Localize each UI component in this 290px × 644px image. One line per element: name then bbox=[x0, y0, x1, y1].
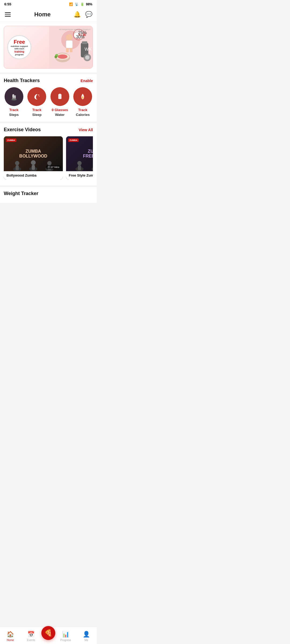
video-tag-bollywood-zumba: ZUMBA bbox=[6, 138, 16, 142]
video-thumbnail-bollywood-zumba: ZUMBA ZUMBABOLLYWOOD ⏱ 07 M bbox=[4, 136, 63, 171]
message-button[interactable]: 💬 bbox=[85, 11, 92, 18]
tracker-action-steps: Track bbox=[9, 108, 19, 112]
weight-tracker-section: Weight Tracker bbox=[0, 187, 97, 203]
tracker-action-calories: Track bbox=[78, 108, 87, 112]
notification-button[interactable]: 🔔 bbox=[74, 11, 81, 18]
svg-text:25%: 25% bbox=[78, 30, 87, 35]
banner-logo-circle: Free nutrition support with each trainin… bbox=[7, 35, 31, 59]
chat-icon: 💬 bbox=[85, 11, 92, 18]
banner-svg: kcal 25% 30% WATER bbox=[49, 27, 92, 68]
promo-banner[interactable]: Free nutrition support with each trainin… bbox=[4, 26, 93, 69]
health-trackers-section: Health Trackers Enable Track Steps Track… bbox=[0, 74, 97, 122]
health-trackers-header: Health Trackers Enable bbox=[4, 78, 93, 83]
page-title: Home bbox=[34, 11, 50, 18]
svg-rect-36 bbox=[32, 165, 35, 170]
tracker-icon-wrap-calories bbox=[73, 87, 92, 106]
svg-rect-5 bbox=[70, 48, 73, 52]
status-bar: 6:55 📶 📡 🔋 98% bbox=[0, 0, 97, 8]
promo-banner-wrapper: Free nutrition support with each trainin… bbox=[0, 22, 97, 72]
signal-icon: 📡 bbox=[75, 2, 79, 6]
battery-icon: 🔋 bbox=[80, 2, 84, 6]
tracker-card-sleep[interactable]: Track Sleep bbox=[27, 87, 47, 117]
tracker-card-water[interactable]: 0 Glasses Water bbox=[50, 87, 70, 117]
svg-rect-33 bbox=[16, 165, 19, 170]
tracker-name-steps: Steps bbox=[9, 113, 19, 117]
trackers-grid: Track Steps Track Sleep 0 Glasses Water … bbox=[4, 87, 93, 117]
tracker-card-calories[interactable]: Track Calories bbox=[73, 87, 93, 117]
tracker-card-steps[interactable]: Track Steps bbox=[4, 87, 24, 117]
tracker-icon-wrap-water bbox=[50, 87, 69, 106]
video-silhouettes-freestyle-zumba bbox=[66, 155, 93, 171]
video-thumbnail-freestyle-zumba: ZUMBA ZUMBAFREESTYLE ⏱ 10 M bbox=[66, 136, 93, 171]
svg-point-35 bbox=[31, 160, 36, 165]
video-duration-bollywood-zumba: ⏱ 07 Mins bbox=[46, 165, 61, 169]
svg-rect-4 bbox=[66, 48, 69, 52]
status-time: 6:55 bbox=[4, 2, 11, 6]
health-trackers-title: Health Trackers bbox=[4, 78, 40, 83]
tracker-name-sleep: Sleep bbox=[32, 113, 42, 117]
svg-point-32 bbox=[15, 161, 19, 165]
svg-point-16 bbox=[58, 54, 67, 59]
svg-point-26 bbox=[38, 94, 39, 96]
svg-rect-22 bbox=[12, 94, 14, 98]
wifi-icon: 📶 bbox=[69, 2, 73, 6]
view-all-button[interactable]: View All bbox=[79, 128, 93, 132]
tracker-action-water: 0 Glasses bbox=[52, 108, 68, 112]
video-tag-freestyle-zumba: ZUMBA bbox=[68, 138, 79, 142]
enable-button[interactable]: Enable bbox=[81, 79, 93, 83]
video-title-bollywood-zumba: Bollywood Zumba bbox=[4, 171, 63, 180]
svg-point-43 bbox=[92, 167, 93, 171]
exercise-videos-section: Exercise Videos View All ZUMBA ZUMBABOLL… bbox=[0, 123, 97, 185]
weight-tracker-header: Weight Tracker bbox=[4, 191, 93, 196]
video-card-freestyle-zumba[interactable]: ZUMBA ZUMBAFREESTYLE ⏱ 10 M bbox=[66, 136, 93, 180]
video-title-freestyle-zumba: Free Style Zumba bbox=[66, 171, 93, 180]
video-card-bollywood-zumba[interactable]: ZUMBA ZUMBABOLLYWOOD ⏱ 07 M bbox=[4, 136, 63, 180]
svg-point-27 bbox=[39, 96, 40, 97]
svg-point-20 bbox=[85, 55, 89, 60]
banner-watermark: rd:mrepcrnrore www.bcentuату ir bbox=[59, 28, 90, 31]
tracker-icon-wrap-steps bbox=[5, 87, 23, 106]
header: Home 🔔 💬 bbox=[0, 8, 97, 22]
svg-rect-12 bbox=[82, 41, 87, 44]
banner-text: Free nutrition support with each trainin… bbox=[4, 42, 53, 52]
svg-point-38 bbox=[47, 161, 52, 165]
menu-button[interactable] bbox=[4, 12, 11, 17]
tracker-icon-wrap-sleep bbox=[27, 87, 46, 106]
svg-text:WATER: WATER bbox=[85, 47, 92, 52]
svg-point-18 bbox=[55, 56, 57, 58]
svg-rect-23 bbox=[14, 95, 16, 98]
svg-rect-30 bbox=[59, 94, 61, 94]
tracker-name-calories: Calories bbox=[76, 113, 90, 117]
tracker-name-water: Water bbox=[55, 113, 65, 117]
weight-tracker-title: Weight Tracker bbox=[4, 191, 38, 196]
svg-point-2 bbox=[66, 34, 73, 41]
videos-scroll[interactable]: ZUMBA ZUMBABOLLYWOOD ⏱ 07 M bbox=[4, 136, 93, 181]
svg-rect-42 bbox=[78, 165, 81, 170]
exercise-videos-title: Exercise Videos bbox=[4, 127, 41, 133]
tracker-action-sleep: Track bbox=[32, 108, 41, 112]
svg-point-41 bbox=[77, 161, 82, 165]
status-icons: 📶 📡 🔋 98% bbox=[69, 2, 92, 6]
header-actions: 🔔 💬 bbox=[74, 11, 92, 18]
battery-percent: 98% bbox=[86, 2, 92, 6]
banner-illustration: kcal 25% 30% WATER bbox=[48, 26, 93, 68]
svg-rect-25 bbox=[14, 98, 16, 100]
exercise-videos-header: Exercise Videos View All bbox=[4, 127, 93, 133]
svg-text:30%: 30% bbox=[76, 35, 85, 39]
bell-icon: 🔔 bbox=[74, 11, 81, 18]
svg-rect-3 bbox=[66, 41, 73, 48]
